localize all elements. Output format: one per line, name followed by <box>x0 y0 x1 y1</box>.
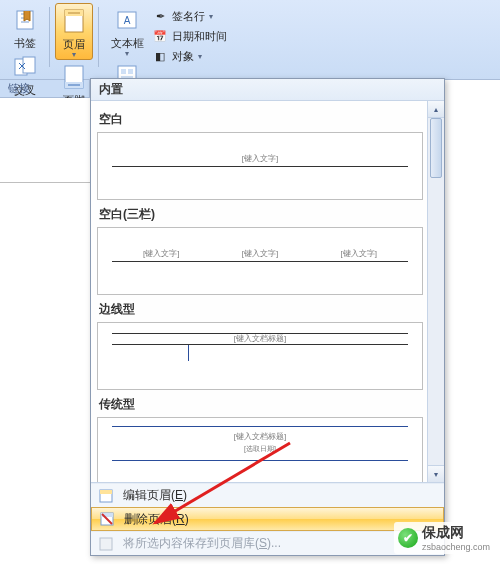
edit-header-icon <box>97 488 115 504</box>
gallery-scrollbar[interactable]: ▴ ▾ <box>427 101 444 482</box>
footer-icon <box>58 63 90 91</box>
gallery-item-blank3[interactable]: [键入文字] [键入文字] [键入文字] <box>97 227 423 295</box>
save-to-gallery-menuitem: 将所选内容保存到页眉库(S)... <box>91 531 444 555</box>
signature-label: 签名行 <box>172 9 205 24</box>
gallery-item-traditional[interactable]: [键入文档标题] [选取日期] <box>97 417 423 482</box>
ribbon-right-group: ✒ 签名行 ▾ 📅 日期和时间 ◧ 对象 ▾ <box>152 3 227 65</box>
bookmark-icon <box>9 6 41 34</box>
edit-header-label: 编辑页眉(E) <box>123 487 187 504</box>
gallery-section-title: 内置 <box>91 79 444 101</box>
bookmark-label: 书签 <box>14 36 36 50</box>
group-separator <box>98 7 99 67</box>
object-icon: ◧ <box>152 50 168 63</box>
gallery-item-title-border: 边线型 <box>99 301 423 318</box>
chevron-down-icon: ▾ <box>198 52 202 61</box>
chevron-down-icon: ▾ <box>125 50 129 58</box>
document-edge <box>0 182 90 183</box>
gallery-item-title-traditional: 传统型 <box>99 396 423 413</box>
watermark: ✔ 保成网 zsbaocheng.com <box>394 522 494 554</box>
textbox-label: 文本框 <box>111 36 144 50</box>
datetime-button[interactable]: 📅 日期和时间 <box>152 27 227 45</box>
header-icon <box>58 7 90 35</box>
header-label: 页眉 <box>63 37 85 51</box>
svg-rect-12 <box>121 69 126 74</box>
ribbon: 书签 交叉 引用 页眉 ▾ 页脚 ▾ # <box>0 0 500 80</box>
textbox-icon: A <box>111 6 143 34</box>
watermark-name: 保成网 <box>422 524 464 540</box>
svg-rect-2 <box>23 57 35 73</box>
svg-rect-13 <box>128 69 133 74</box>
save-to-gallery-icon <box>97 536 115 552</box>
gallery-footer: 编辑页眉(E) 删除页眉(R) 将所选内容保存到页眉库(S)... <box>91 482 444 555</box>
save-to-gallery-label: 将所选内容保存到页眉库(S)... <box>123 535 281 552</box>
chevron-down-icon: ▾ <box>72 51 76 59</box>
header-gallery: 内置 空白 [键入文字] 空白(三栏) [键入文字] [键入文字] [键入文字]… <box>90 78 445 556</box>
scroll-thumb[interactable] <box>430 118 442 178</box>
calendar-icon: 📅 <box>152 30 168 43</box>
object-button[interactable]: ◧ 对象 ▾ <box>152 47 227 65</box>
remove-header-menuitem[interactable]: 删除页眉(R) <box>91 507 444 531</box>
gallery-item-border[interactable]: [键入文档标题] <box>97 322 423 390</box>
svg-rect-18 <box>100 490 112 494</box>
remove-header-label: 删除页眉(R) <box>124 511 189 528</box>
watermark-logo: ✔ <box>398 528 418 548</box>
chevron-down-icon: ▾ <box>209 12 213 21</box>
signature-icon: ✒ <box>152 10 168 23</box>
remove-header-icon <box>98 511 116 527</box>
object-label: 对象 <box>172 49 194 64</box>
edit-header-menuitem[interactable]: 编辑页眉(E) <box>91 483 444 507</box>
bookmark-button[interactable]: 书签 <box>6 3 44 50</box>
textbox-button[interactable]: A 文本框 ▾ <box>108 3 146 58</box>
group-separator <box>49 7 50 67</box>
svg-text:A: A <box>124 15 131 26</box>
gallery-item-blank[interactable]: [键入文字] <box>97 132 423 200</box>
gallery-body: 空白 [键入文字] 空白(三栏) [键入文字] [键入文字] [键入文字] 边线… <box>91 101 444 482</box>
scroll-down-arrow[interactable]: ▾ <box>428 465 444 482</box>
scroll-up-arrow[interactable]: ▴ <box>428 101 444 118</box>
header-button[interactable]: 页眉 ▾ <box>55 3 93 60</box>
watermark-sub: zsbaocheng.com <box>422 542 490 552</box>
gallery-item-title-blank: 空白 <box>99 111 423 128</box>
datetime-label: 日期和时间 <box>172 29 227 44</box>
signature-button[interactable]: ✒ 签名行 ▾ <box>152 7 227 25</box>
crossref-icon <box>9 53 41 81</box>
svg-rect-22 <box>100 538 112 550</box>
gallery-item-title-blank3: 空白(三栏) <box>99 206 423 223</box>
